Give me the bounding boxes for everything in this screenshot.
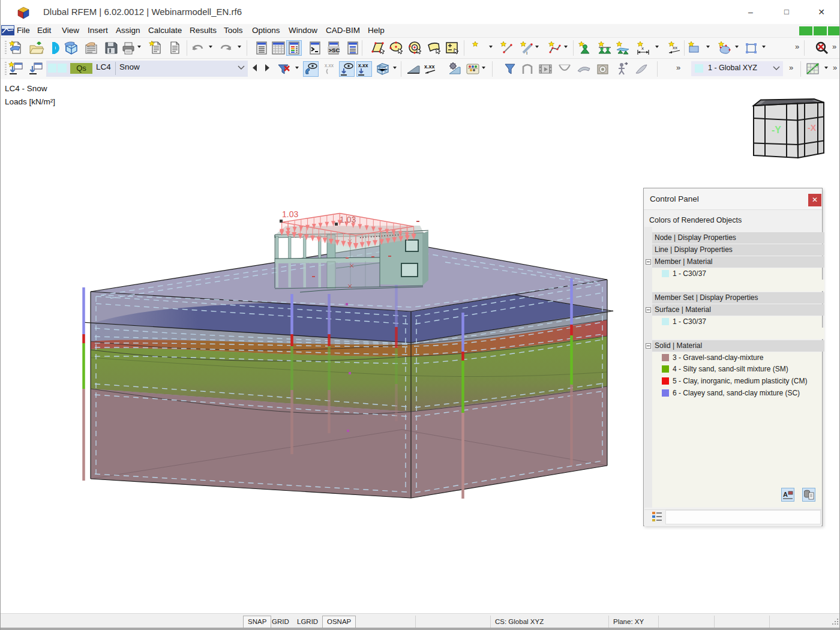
svg-text:x: x bbox=[641, 46, 644, 51]
svg-text:xx: xx bbox=[673, 45, 677, 50]
svg-text:Loads [kN/m²]: Loads [kN/m²] bbox=[5, 97, 55, 106]
svg-text:x.xx: x.xx bbox=[325, 62, 334, 68]
svg-text:I: I bbox=[526, 50, 527, 56]
svg-text:LC4 - Snow: LC4 - Snow bbox=[5, 84, 47, 93]
svg-text:1.03: 1.03 bbox=[340, 215, 356, 224]
svg-text:x.xx: x.xx bbox=[424, 64, 435, 70]
svg-text:x.xx: x.xx bbox=[358, 62, 368, 68]
svg-text:>SC: >SC bbox=[329, 47, 340, 53]
svg-text:-X: -X bbox=[808, 123, 817, 133]
svg-text:-Y: -Y bbox=[772, 125, 781, 135]
svg-text:A: A bbox=[783, 491, 788, 498]
svg-text:1.03: 1.03 bbox=[282, 209, 298, 219]
